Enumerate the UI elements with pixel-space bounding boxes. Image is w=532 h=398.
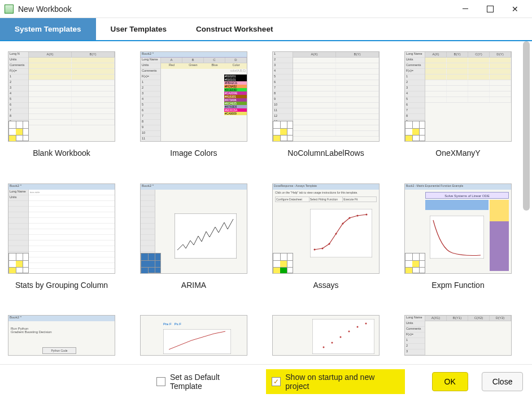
template-assays[interactable]: DoseResponse - Assays Template Click on …	[272, 183, 380, 300]
gallery-scrollbar[interactable]	[522, 41, 531, 366]
template-truncated-3[interactable]	[272, 315, 380, 356]
svg-point-8	[357, 215, 359, 216]
svg-rect-12	[312, 319, 374, 354]
svg-rect-10	[430, 216, 484, 259]
minimize-button[interactable]	[453, 1, 478, 17]
svg-point-17	[357, 326, 359, 328]
template-image-colors[interactable]: Book2 * Long NameUnitsCommentsF(x)= 1234…	[140, 51, 247, 168]
titlebar: New Workbook	[0, 0, 532, 18]
template-truncated-4[interactable]: Long NameUnitsCommentsF(x)=123 A(X1)B(Y1…	[404, 315, 512, 356]
template-stats-by-grouping[interactable]: Book2 * Long NameUnits data table Stats …	[8, 183, 115, 300]
set-default-label: Set as Default Template	[170, 373, 253, 391]
template-truncated-1[interactable]: Book2 * Run PythonGradient Boosting Deci…	[8, 315, 115, 356]
svg-point-13	[323, 347, 325, 348]
template-one-x-many-y[interactable]: Long NameUnitsCommentsF(x)=123456789 A(X…	[404, 51, 512, 168]
svg-point-15	[340, 336, 342, 338]
checkbox-icon	[156, 377, 165, 386]
svg-point-3	[322, 247, 324, 249]
template-blank-workbook[interactable]: ✓ Long NUnitsCommentsF(x)= 12345678910 A…	[8, 51, 115, 168]
template-expm-function[interactable]: Book2 - Matrix Exponential Function Exam…	[404, 183, 512, 300]
tab-system-templates[interactable]: System Templates	[0, 18, 96, 40]
template-caption: NoColumnLabelRows	[287, 148, 364, 158]
template-caption: Assays	[313, 281, 338, 290]
checkbox-checked-icon: ✓	[272, 377, 281, 386]
template-caption: Image Colors	[170, 148, 217, 158]
svg-point-9	[366, 213, 368, 215]
svg-point-7	[349, 217, 351, 218]
footer-bar: Set as Default Template ✓ Show on startu…	[0, 364, 532, 398]
tab-construct-worksheet[interactable]: Construct Worksheet	[181, 18, 287, 40]
close-button[interactable]: Close	[482, 372, 523, 391]
ok-button[interactable]: OK	[432, 372, 468, 391]
template-caption: Expm Function	[431, 281, 484, 290]
template-caption: OneXManyY	[435, 148, 480, 158]
svg-point-2	[314, 248, 316, 250]
tab-bar: System Templates User Templates Construc…	[0, 18, 532, 41]
svg-point-16	[348, 331, 350, 333]
svg-point-4	[329, 243, 330, 244]
maximize-button[interactable]	[478, 1, 503, 17]
close-window-button[interactable]	[503, 1, 527, 17]
set-default-checkbox[interactable]: Set as Default Template	[156, 373, 252, 391]
template-no-column-label-rows[interactable]: 123456789101112131415 A(X)B(Y) NoColumnL…	[272, 51, 380, 168]
show-on-startup-label: Show on startup and new project	[285, 373, 399, 391]
tab-user-templates[interactable]: User Templates	[96, 18, 182, 40]
app-icon	[5, 5, 14, 14]
template-caption: Stats by Grouping Column	[15, 281, 108, 290]
svg-rect-11	[163, 329, 231, 354]
svg-point-18	[365, 323, 367, 325]
svg-point-14	[332, 342, 333, 344]
svg-rect-0	[175, 213, 237, 259]
window-title: New Workbook	[18, 5, 453, 14]
template-arima[interactable]: Book2 * ARIMA	[140, 183, 247, 300]
show-on-startup-checkbox[interactable]: ✓ Show on startup and new project	[266, 369, 404, 394]
template-truncated-2[interactable]: Pre F Ps F	[140, 315, 247, 356]
svg-rect-1	[310, 209, 372, 257]
svg-point-6	[342, 222, 344, 224]
svg-point-5	[335, 233, 337, 234]
template-caption: ARIMA	[181, 281, 206, 290]
template-gallery: ✓ Long NUnitsCommentsF(x)= 12345678910 A…	[0, 41, 532, 366]
template-caption: Blank Workbook	[33, 148, 90, 158]
